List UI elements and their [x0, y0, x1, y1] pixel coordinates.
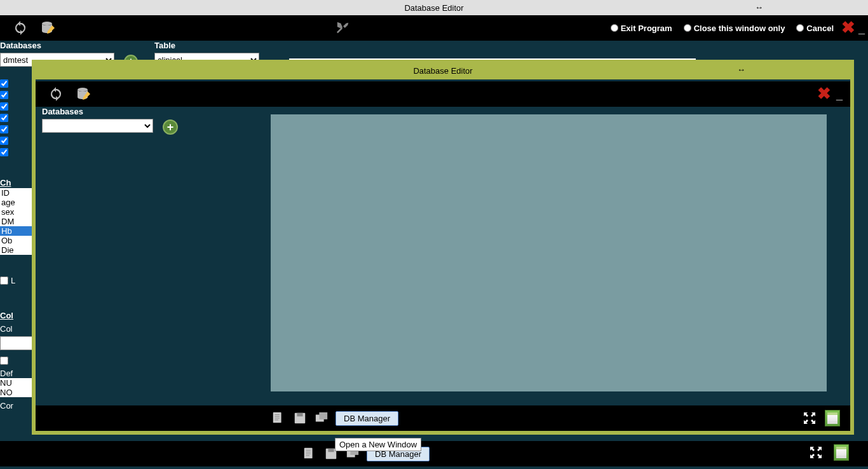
check-item[interactable] [0, 123, 8, 135]
fg-title-bar[interactable]: Database Editor [36, 62, 850, 79]
cancel-radio[interactable]: Cancel [796, 24, 834, 33]
fg-title-text: Database Editor [413, 66, 472, 76]
body: Databases dmtest + Table clinical Ch ID … [0, 41, 868, 51]
check-item[interactable] [0, 135, 8, 146]
refresh-icon[interactable] [48, 86, 64, 102]
fullscreen-icon[interactable] [808, 445, 824, 460]
grid-icon[interactable] [834, 445, 849, 460]
doc-icon[interactable] [302, 446, 317, 461]
fg-databases-label: Databases [42, 107, 83, 116]
add-database-button[interactable]: + [163, 119, 178, 135]
doc-icon[interactable] [271, 411, 286, 426]
close-window-radio[interactable]: Close this window only [684, 24, 785, 33]
svg-point-6 [78, 88, 88, 92]
grid-icon[interactable] [825, 411, 840, 426]
check-item[interactable] [0, 112, 8, 123]
fullscreen-icon[interactable] [802, 411, 817, 426]
foreground-window: Database Editor ↔ ✖ _ Databases + DB Man… [32, 60, 854, 435]
section-sub: Col [0, 324, 13, 334]
tooltip: Open a New Window [335, 438, 421, 451]
minimize-icon[interactable]: _ [836, 89, 843, 102]
check-item[interactable] [0, 89, 8, 100]
database-edit-icon[interactable] [76, 86, 92, 102]
tools-icon[interactable] [336, 20, 351, 36]
databases-label: Databases [0, 41, 114, 50]
fg-databases-field: Databases [42, 107, 153, 133]
windows-icon[interactable] [314, 411, 329, 426]
close-icon[interactable]: ✖ [817, 84, 831, 104]
table-label: Table [154, 41, 259, 50]
title-text: Database Editor [404, 3, 463, 13]
close-radio-group: Exit Program Close this window only Canc… [611, 15, 834, 41]
svg-rect-11 [319, 412, 327, 419]
fg-footer: DB Manager [36, 405, 850, 431]
check-item[interactable] [0, 78, 8, 89]
svg-rect-7 [273, 412, 281, 423]
window-title-bar[interactable]: Database Editor [0, 0, 868, 15]
save-icon[interactable] [292, 411, 308, 426]
svg-rect-9 [297, 413, 302, 417]
check-item[interactable] [0, 100, 8, 112]
resize-icon[interactable]: ↔ [737, 65, 745, 74]
minimize-icon[interactable]: _ [858, 23, 865, 36]
fg-body: Databases + [36, 107, 850, 380]
data-canvas [271, 114, 827, 391]
refresh-icon[interactable] [13, 20, 28, 36]
svg-rect-1 [304, 448, 313, 459]
svg-rect-3 [328, 449, 334, 452]
option-l-checkbox[interactable]: L [0, 276, 15, 285]
check-item[interactable] [0, 146, 8, 158]
close-icon[interactable]: ✖ [841, 18, 855, 37]
fg-databases-select[interactable] [42, 119, 153, 133]
svg-point-0 [42, 22, 52, 25]
exit-radio[interactable]: Exit Program [611, 24, 672, 33]
db-manager-button[interactable]: DB Manager [336, 411, 398, 426]
checkbox-column [0, 78, 8, 158]
resize-icon[interactable]: ↔ [755, 3, 763, 12]
database-edit-icon[interactable] [41, 20, 56, 36]
footer-bar: DB Manager [0, 441, 868, 466]
fg-toolbar: ✖ _ [36, 81, 850, 107]
